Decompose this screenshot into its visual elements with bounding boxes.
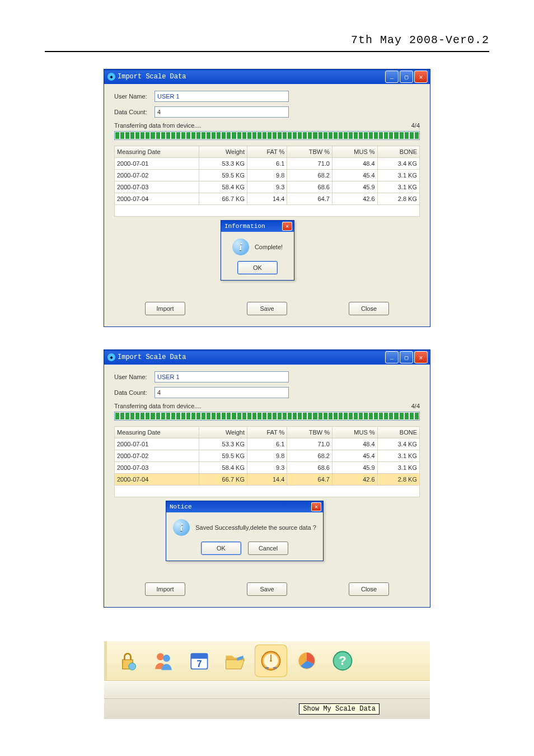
data-grid[interactable]: Measuring Date Weight FAT % TBW % MUS % … [114, 146, 420, 217]
user-name-input[interactable]: USER 1 [154, 371, 289, 382]
user-name-label: User Name: [114, 374, 154, 380]
dialog-close-icon[interactable]: ✕ [311, 502, 321, 511]
col-weight[interactable]: Weight [199, 146, 247, 158]
data-grid[interactable]: Measuring Date Weight FAT % TBW % MUS % … [114, 426, 420, 497]
transfer-status: Transferring data from device.... [114, 403, 202, 409]
svg-rect-9 [265, 667, 269, 669]
info-icon: i [173, 519, 190, 536]
import-scale-window-1: ◆ Import Scale Data _ ▢ ✕ User Name: USE… [104, 69, 430, 327]
toolbar-divider [104, 681, 430, 699]
dialog-title: Notice [170, 503, 192, 510]
table-row[interactable]: 2000-07-01 53.3 KG 6.1 71.0 48.4 3.4 KG [115, 438, 420, 450]
svg-point-1 [157, 653, 164, 660]
info-icon: i [232, 239, 249, 255]
progress-bar [114, 412, 420, 421]
table-row[interactable]: 2000-07-04 66.7 KG 14.4 64.7 42.6 2.8 KG [115, 193, 420, 205]
dialog-cancel-button[interactable]: Cancel [248, 542, 288, 555]
dialog-title: Information [224, 223, 265, 230]
user-name-label: User Name: [114, 93, 154, 100]
import-scale-window-2: ◆ Import Scale Data _ ▢ ✕ User Name: USE… [104, 349, 430, 608]
user-name-input[interactable]: USER 1 [154, 91, 289, 102]
window-close-button[interactable]: Close [349, 302, 389, 315]
table-row[interactable]: 2000-07-03 58.4 KG 9.3 68.6 45.9 3.1 KG [115, 462, 420, 474]
minimize-button[interactable]: _ [385, 71, 399, 83]
svg-point-8 [270, 660, 272, 662]
col-tbw[interactable]: TBW % [287, 427, 332, 438]
svg-rect-4 [191, 654, 207, 659]
col-date[interactable]: Measuring Date [115, 146, 199, 158]
svg-text:7: 7 [196, 659, 202, 669]
toolbar-panel: 7 ? Show My Scale Data [104, 641, 430, 719]
col-bone[interactable]: BONE [377, 146, 419, 158]
col-weight[interactable]: Weight [199, 427, 247, 438]
table-row[interactable]: 2000-07-03 58.4 KG 9.3 68.6 45.9 3.1 KG [115, 181, 420, 193]
window-title: Import Scale Data [118, 73, 186, 81]
transfer-progress-text: 4/4 [411, 403, 420, 409]
table-row[interactable]: 2000-07-02 59.5 KG 9.8 68.2 45.4 3.1 KG [115, 170, 420, 181]
svg-rect-10 [273, 667, 277, 669]
grid-header-row: Measuring Date Weight FAT % TBW % MUS % … [115, 427, 420, 438]
dialog-message: Saved Successfully,delete the source dat… [195, 524, 316, 531]
window-title: Import Scale Data [118, 353, 186, 361]
calendar-icon[interactable]: 7 [183, 645, 216, 677]
import-button[interactable]: Import [145, 302, 185, 315]
data-count-label: Data Count: [114, 389, 154, 396]
page-header-version: 7th May 2008-Ver0.2 [351, 34, 489, 46]
window-titlebar[interactable]: ◆ Import Scale Data _ ▢ ✕ [104, 350, 430, 365]
data-count-label: Data Count: [114, 109, 154, 115]
data-count-input[interactable]: 4 [154, 106, 289, 118]
lock-icon[interactable] [111, 645, 144, 677]
col-mus[interactable]: MUS % [332, 427, 378, 438]
col-fat[interactable]: FAT % [247, 146, 287, 158]
table-row[interactable]: 2000-07-02 59.5 KG 9.8 68.2 45.4 3.1 KG [115, 450, 420, 462]
save-button[interactable]: Save [247, 302, 287, 315]
scale-data-icon[interactable] [255, 645, 287, 677]
import-button[interactable]: Import [145, 582, 185, 596]
dialog-close-icon[interactable]: ✕ [282, 222, 292, 231]
window-titlebar[interactable]: ◆ Import Scale Data _ ▢ ✕ [104, 69, 430, 84]
data-count-input[interactable]: 4 [154, 387, 289, 398]
minimize-button[interactable]: _ [385, 351, 399, 363]
maximize-button[interactable]: ▢ [400, 351, 413, 363]
col-mus[interactable]: MUS % [332, 146, 378, 158]
app-icon: ◆ [107, 73, 115, 81]
app-icon: ◆ [107, 353, 115, 361]
table-row[interactable]: 2000-07-01 53.3 KG 6.1 71.0 48.4 3.4 KG [115, 158, 420, 170]
progress-bar [114, 131, 420, 140]
help-icon[interactable]: ? [326, 645, 359, 677]
table-row-selected[interactable]: 2000-07-04 66.7 KG 14.4 64.7 42.6 2.8 KG [115, 474, 420, 486]
toolbar-tooltip: Show My Scale Data [299, 703, 380, 715]
chart-icon[interactable] [291, 645, 323, 677]
users-icon[interactable] [147, 645, 180, 677]
close-button[interactable]: ✕ [414, 71, 428, 83]
grid-header-row: Measuring Date Weight FAT % TBW % MUS % … [115, 146, 420, 158]
dialog-message: Complete! [255, 244, 283, 250]
svg-point-0 [129, 663, 136, 670]
col-fat[interactable]: FAT % [247, 427, 287, 438]
maximize-button[interactable]: ▢ [400, 71, 413, 83]
notice-dialog: Notice ✕ i Saved Successfully,delete the… [166, 501, 324, 561]
transfer-progress-text: 4/4 [411, 122, 420, 129]
svg-point-2 [163, 655, 170, 662]
svg-text:?: ? [339, 654, 346, 668]
dialog-ok-button[interactable]: OK [201, 542, 241, 555]
dialog-ok-button[interactable]: OK [237, 261, 278, 274]
transfer-status: Transferring data from device.... [114, 122, 202, 129]
col-date[interactable]: Measuring Date [115, 427, 199, 438]
close-button[interactable]: ✕ [414, 351, 428, 363]
col-tbw[interactable]: TBW % [287, 146, 332, 158]
folder-open-icon[interactable] [219, 645, 251, 677]
save-button[interactable]: Save [247, 582, 287, 596]
information-dialog: Information ✕ i Complete! OK [221, 220, 294, 281]
col-bone[interactable]: BONE [377, 427, 419, 438]
window-close-button[interactable]: Close [349, 582, 389, 596]
